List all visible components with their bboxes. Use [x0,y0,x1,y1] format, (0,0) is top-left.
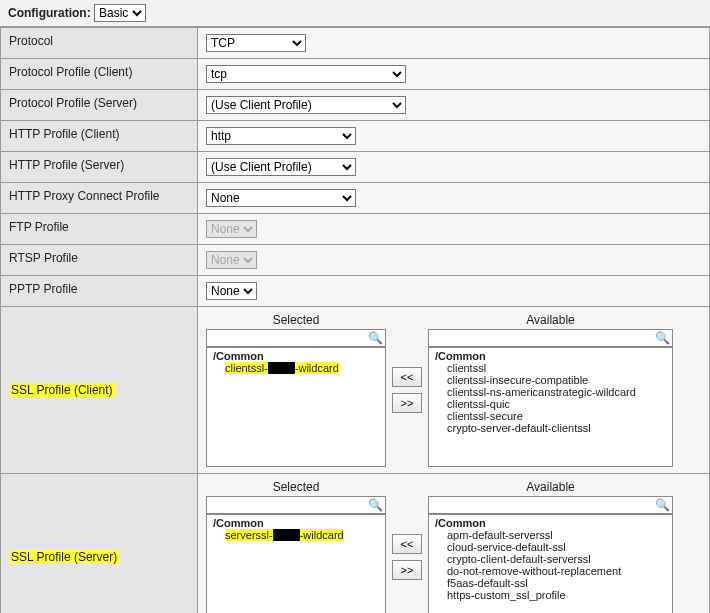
rtsp-label: RTSP Profile [1,245,198,276]
http-client-select[interactable]: http [206,127,356,145]
config-table: Protocol TCP Protocol Profile (Client) t… [0,27,710,613]
move-left-button[interactable]: << [392,367,422,387]
ssl-server-selected-header: Selected [273,480,320,494]
ssl-server-available-search[interactable] [428,496,673,514]
ssl-client-available-search[interactable] [428,329,673,347]
list-item[interactable]: clientssl-quic [429,398,672,410]
list-item[interactable]: cloud-service-default-ssl [429,541,672,553]
list-item[interactable]: clientssl-xx-wildcard [207,362,385,374]
pprof-client-label: Protocol Profile (Client) [1,59,198,90]
rtsp-select: None [206,251,257,269]
pptp-label: PPTP Profile [1,276,198,307]
config-label: Configuration: [8,6,91,20]
list-item[interactable]: f5aas-default-ssl [429,577,672,589]
list-item[interactable]: apm-default-serverssl [429,529,672,541]
list-item[interactable]: serverssl-xx-wildcard [207,529,385,541]
ssl-server-label: SSL Profile (Server) [9,550,119,564]
list-item[interactable]: https-custom_ssl_profile [429,589,672,601]
ssl-client-selected-search[interactable] [206,329,386,347]
ssl-client-label: SSL Profile (Client) [9,383,115,397]
pprof-server-label: Protocol Profile (Server) [1,90,198,121]
ssl-client-selected-header: Selected [273,313,320,327]
protocol-label: Protocol [1,28,198,59]
list-item[interactable]: clientssl-secure [429,410,672,422]
list-item[interactable]: clientssl [429,362,672,374]
ssl-client-available-list[interactable]: /Common clientssl clientssl-insecure-com… [428,347,673,467]
list-item[interactable]: crypto-client-default-serverssl [429,553,672,565]
http-client-label: HTTP Profile (Client) [1,121,198,152]
ssl-client-selected-list[interactable]: /Common clientssl-xx-wildcard [206,347,386,467]
ssl-server-selected-list[interactable]: /Common serverssl-xx-wildcard [206,514,386,613]
ssl-client-available-header: Available [526,313,574,327]
move-right-button[interactable]: >> [392,393,422,413]
config-select[interactable]: Basic [94,4,146,22]
list-item[interactable]: clientssl-insecure-compatible [429,374,672,386]
http-server-select[interactable]: (Use Client Profile) [206,158,356,176]
ssl-server-selected-search[interactable] [206,496,386,514]
move-left-button[interactable]: << [392,534,422,554]
ssl-server-available-header: Available [526,480,574,494]
pptp-select[interactable]: None [206,282,257,300]
ftp-select: None [206,220,257,238]
list-item[interactable]: crypto-server-default-clientssl [429,422,672,434]
pprof-client-select[interactable]: tcp [206,65,406,83]
move-right-button[interactable]: >> [392,560,422,580]
list-item[interactable]: clientssl-ns-americanstrategic-wildcard [429,386,672,398]
ftp-label: FTP Profile [1,214,198,245]
list-item[interactable]: do-not-remove-without-replacement [429,565,672,577]
protocol-select[interactable]: TCP [206,34,306,52]
pprof-server-select[interactable]: (Use Client Profile) [206,96,406,114]
config-bar: Configuration: Basic [0,0,710,27]
http-proxy-label: HTTP Proxy Connect Profile [1,183,198,214]
ssl-server-available-list[interactable]: /Common apm-default-serverssl cloud-serv… [428,514,673,613]
http-server-label: HTTP Profile (Server) [1,152,198,183]
http-proxy-select[interactable]: None [206,189,356,207]
